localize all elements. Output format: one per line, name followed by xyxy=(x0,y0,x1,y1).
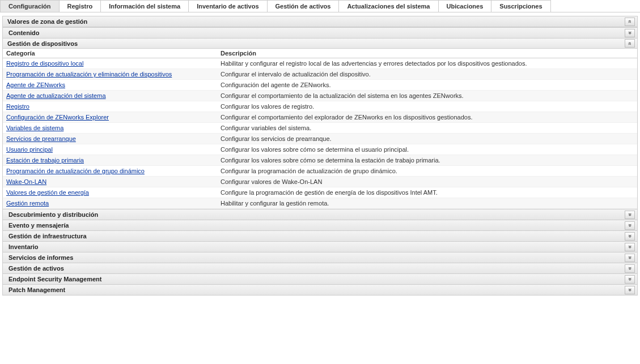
section-header[interactable]: Inventario xyxy=(3,241,637,252)
section-header[interactable]: Patch Management xyxy=(3,284,637,295)
row-description: Configurar valores de Wake-On-LAN xyxy=(218,178,637,185)
category-link[interactable]: Configuración de ZENworks Explorer xyxy=(3,114,218,121)
section-header[interactable]: Descubrimiento y distribución xyxy=(3,209,637,220)
section-header[interactable]: Servicios de informes xyxy=(3,252,637,263)
row-description: Configurar los valores de registro. xyxy=(218,103,637,110)
chevron-down-icon xyxy=(628,233,631,239)
chevron-down-icon xyxy=(628,276,631,282)
expand-section-button[interactable] xyxy=(625,243,635,251)
section-header[interactable]: Gestión de activos xyxy=(3,263,637,273)
category-link[interactable]: Wake-On-LAN xyxy=(3,178,218,185)
content-wrap: Valores de zona de gestión Contenido Ges… xyxy=(0,12,640,296)
settings-panel: Valores de zona de gestión Contenido Ges… xyxy=(2,16,638,296)
chevron-down-icon xyxy=(628,212,631,217)
table-row: Registro de dispositivo localHabilitar y… xyxy=(3,58,637,69)
section-title: Contenido xyxy=(9,29,39,36)
table-row: Servicios de prearranqueConfigurar los s… xyxy=(3,134,637,144)
table-row: Estación de trabajo primariaConfigurar l… xyxy=(3,155,637,166)
row-description: Configurar los valores sobre cómo se det… xyxy=(218,146,637,153)
category-link[interactable]: Registro de dispositivo local xyxy=(3,60,218,67)
row-description: Configure la programación de gestión de … xyxy=(218,189,637,196)
table-row: Programación de actualización y eliminac… xyxy=(3,69,637,80)
chevron-up-icon xyxy=(628,19,631,24)
tab-ubicaciones[interactable]: Ubicaciones xyxy=(438,0,492,12)
row-description: Configurar los servicios de prearranque. xyxy=(218,135,637,142)
expand-section-button[interactable] xyxy=(625,275,635,284)
category-link[interactable]: Programación de actualización y eliminac… xyxy=(3,71,218,78)
section-title: Descubrimiento y distribución xyxy=(9,211,98,218)
section-header[interactable]: Contenido xyxy=(3,27,637,38)
section-title: Patch Management xyxy=(9,286,65,293)
chevron-up-icon xyxy=(628,41,631,46)
expand-section-button[interactable] xyxy=(625,286,635,294)
section-title: Gestión de dispositivos xyxy=(7,40,78,47)
tab-inventario-de-activos[interactable]: Inventario de activos xyxy=(188,0,267,12)
section-title: Evento y mensajería xyxy=(9,222,69,229)
column-headers: Categoría Descripción xyxy=(3,49,637,58)
expand-section-button[interactable] xyxy=(625,211,635,219)
section-header-open[interactable]: Gestión de dispositivos xyxy=(3,38,637,49)
col-header-category: Categoría xyxy=(3,50,218,57)
expand-section-button[interactable] xyxy=(625,221,635,230)
table-row: Gestión remotaHabilitar y configurar la … xyxy=(3,198,637,209)
table-row: Variables de sistemaConfigurar variables… xyxy=(3,123,637,134)
tab-bar: ConfiguraciónRegistroInformación del sis… xyxy=(0,0,640,12)
table-row: Usuario principalConfigurar los valores … xyxy=(3,144,637,155)
category-link[interactable]: Variables de sistema xyxy=(3,125,218,131)
row-description: Configurar el comportamiento de la actua… xyxy=(218,92,637,99)
section-header[interactable]: Evento y mensajería xyxy=(3,220,637,230)
table-row: Programación de actualización de grupo d… xyxy=(3,166,637,177)
section-title: Gestión de infraestructura xyxy=(9,233,87,239)
category-link[interactable]: Agente de ZENworks xyxy=(3,82,218,88)
panel-title-row: Valores de zona de gestión xyxy=(3,16,637,27)
chevron-down-icon xyxy=(628,244,631,250)
tab-información-del-sistema[interactable]: Información del sistema xyxy=(100,0,189,12)
section-title: Servicios de informes xyxy=(9,254,73,261)
row-description: Configurar la programación de actualizac… xyxy=(218,168,637,174)
collapse-panel-button[interactable] xyxy=(625,18,635,26)
section-title: Inventario xyxy=(9,243,39,250)
row-description: Configurar el comportamiento del explora… xyxy=(218,114,637,121)
category-link[interactable]: Valores de gestión de energía xyxy=(3,189,218,196)
collapse-section-button[interactable] xyxy=(625,39,635,48)
section-title: Gestión de activos xyxy=(9,265,64,272)
tab-registro[interactable]: Registro xyxy=(59,0,101,12)
table-row: RegistroConfigurar los valores de regist… xyxy=(3,101,637,112)
col-header-description: Descripción xyxy=(218,50,637,57)
category-link[interactable]: Agente de actualización del sistema xyxy=(3,92,218,99)
table-row: Agente de actualización del sistemaConfi… xyxy=(3,91,637,101)
chevron-down-icon xyxy=(628,30,631,36)
chevron-down-icon xyxy=(628,265,631,271)
chevron-down-icon xyxy=(628,287,631,293)
row-description: Configuración del agente de ZENworks. xyxy=(218,82,637,88)
chevron-down-icon xyxy=(628,255,631,260)
expand-section-button[interactable] xyxy=(625,264,635,273)
category-link[interactable]: Programación de actualización de grupo d… xyxy=(3,168,218,174)
row-description: Configurar variables del sistema. xyxy=(218,125,637,131)
tab-actualizaciones-del-sistema[interactable]: Actualizaciones del sistema xyxy=(338,0,438,12)
panel-title: Valores de zona de gestión xyxy=(7,18,87,25)
row-description: Habilitar y configurar la gestión remota… xyxy=(218,200,637,207)
table-row: Agente de ZENworksConfiguración del agen… xyxy=(3,80,637,91)
tab-suscripciones[interactable]: Suscripciones xyxy=(491,0,550,12)
row-description: Configurar los valores sobre cómo se det… xyxy=(218,157,637,164)
row-description: Configurar el intervalo de actualización… xyxy=(218,71,637,78)
expand-section-button[interactable] xyxy=(625,29,635,37)
chevron-down-icon xyxy=(628,222,631,228)
expand-section-button[interactable] xyxy=(625,254,635,262)
category-link[interactable]: Usuario principal xyxy=(3,146,218,153)
category-link[interactable]: Servicios de prearranque xyxy=(3,135,218,142)
tab-configuración[interactable]: Configuración xyxy=(0,0,60,12)
category-link[interactable]: Estación de trabajo primaria xyxy=(3,157,218,164)
table-row: Configuración de ZENworks ExplorerConfig… xyxy=(3,112,637,123)
section-header[interactable]: Endpoint Security Management xyxy=(3,273,637,284)
row-description: Habilitar y configurar el registro local… xyxy=(218,60,637,67)
category-link[interactable]: Gestión remota xyxy=(3,200,218,207)
expand-section-button[interactable] xyxy=(625,232,635,241)
category-link[interactable]: Registro xyxy=(3,103,218,110)
table-row: Valores de gestión de energíaConfigure l… xyxy=(3,187,637,198)
section-title: Endpoint Security Management xyxy=(9,276,101,282)
table-row: Wake-On-LANConfigurar valores de Wake-On… xyxy=(3,177,637,187)
tab-gestión-de-activos[interactable]: Gestión de activos xyxy=(267,0,340,12)
section-header[interactable]: Gestión de infraestructura xyxy=(3,230,637,241)
